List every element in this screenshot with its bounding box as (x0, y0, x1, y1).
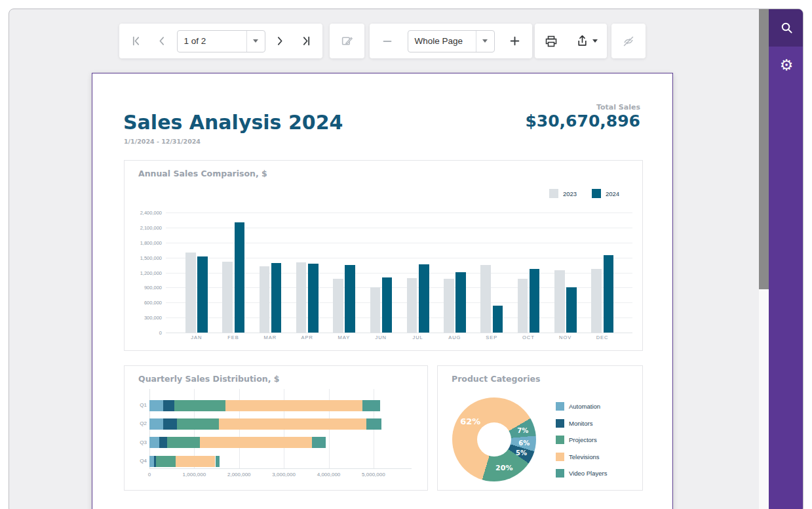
highlight-editing-fields-button[interactable] (617, 30, 640, 52)
legend-label: Video Players (569, 470, 607, 477)
x-axis-month-label: MAR (252, 335, 288, 340)
legend-item-Projectors: Projectors (556, 436, 597, 444)
chevron-down-icon (482, 39, 488, 43)
bar-2024 (345, 265, 355, 333)
zoom-level-combobox[interactable]: Whole Page (408, 30, 495, 52)
bar-2024 (197, 256, 208, 333)
x-axis-month-label: MAY (326, 335, 362, 340)
toolbar-edit-group (330, 24, 364, 58)
stacked-bar-segment-Automation (149, 456, 154, 467)
zoom-level-value: Whole Page (408, 36, 476, 46)
x-axis-month-label: DEC (584, 335, 621, 340)
bar-2023 (444, 279, 454, 333)
x-axis-tick-label: 0 (126, 472, 172, 478)
y-axis-tick-label: 2,400,000 (125, 210, 162, 216)
bar-2023 (591, 269, 602, 333)
categories-chart-title: Product Categories (452, 374, 540, 384)
tab-search[interactable] (769, 9, 803, 47)
gridline (166, 333, 632, 333)
zoom-level-dropdown-button[interactable] (476, 31, 494, 52)
legend-item-2023: 2023 (549, 189, 577, 198)
y-axis-tick-label: 1,200,000 (125, 270, 162, 276)
edit-icon (341, 35, 353, 47)
side-tab-bar: ⚙ (769, 9, 803, 509)
quarterly-sales-chart-card: Quarterly Sales Distribution, $ 01,000,0… (124, 365, 428, 491)
legend-label: Projectors (569, 436, 597, 443)
zoom-in-button[interactable] (503, 30, 526, 52)
legend-item-2024: 2024 (592, 189, 619, 198)
quarterly-plot-area (149, 389, 412, 469)
bar-2023 (370, 287, 381, 333)
stacked-bar-segment-Projectors (177, 418, 219, 430)
tab-settings[interactable]: ⚙ (769, 47, 803, 84)
bar-2023 (296, 262, 307, 333)
first-page-icon (130, 35, 142, 47)
plus-icon (509, 35, 520, 47)
first-page-button[interactable] (125, 30, 147, 52)
y-axis-tick-label: 0 (125, 330, 162, 336)
stacked-bar-segment-Video Players (362, 400, 380, 411)
toolbar-navigation-group (119, 24, 322, 58)
legend-item-Televisions: Televisions (556, 453, 599, 461)
toolbar-zoom-group: Whole Page (370, 24, 532, 58)
y-axis-tick-label: 900,000 (125, 285, 162, 291)
chevron-down-icon (253, 39, 258, 43)
export-icon (576, 35, 589, 47)
x-axis-tick-label: 2,000,000 (216, 472, 262, 478)
x-axis-month-label: SEP (473, 335, 510, 340)
legend-swatch (592, 189, 601, 198)
print-button[interactable] (540, 30, 562, 52)
x-axis-month-label: JUL (400, 335, 436, 340)
bar-2024 (604, 255, 614, 333)
export-button[interactable] (571, 30, 602, 52)
x-axis-month-label: APR (289, 335, 326, 340)
legend-label: Monitors (569, 420, 592, 427)
bar-2024 (530, 269, 540, 333)
bar-2024 (235, 222, 245, 333)
next-page-button[interactable] (269, 30, 291, 52)
total-sales-value: $30,670,896 (525, 112, 640, 131)
zoom-out-button[interactable] (376, 30, 398, 52)
export-dropdown-caret-icon (592, 39, 598, 43)
chevron-right-icon (275, 35, 286, 47)
page-number-dropdown-button[interactable] (246, 31, 265, 52)
page-number-input[interactable] (178, 36, 246, 46)
x-axis-month-label: OCT (510, 335, 547, 340)
page-number-combobox[interactable] (177, 30, 265, 52)
report-viewer-panel: Whole Page (9, 9, 803, 509)
bar-2023 (185, 253, 196, 333)
gridline (166, 213, 632, 213)
last-page-button[interactable] (295, 30, 317, 52)
previous-page-button[interactable] (151, 30, 173, 52)
donut-hole (477, 422, 511, 457)
y-axis-category-label: Q2 (134, 420, 147, 426)
legend-label: Televisions (569, 453, 599, 460)
x-axis-tick-label: 3,000,000 (261, 472, 307, 478)
bar-2023 (260, 266, 270, 333)
legend-swatch (556, 436, 564, 444)
vertical-scrollbar-track[interactable] (759, 9, 769, 509)
legend-item-Automation: Automation (556, 402, 600, 411)
edit-document-button[interactable] (336, 30, 358, 52)
stacked-bar-segment-Video Players (312, 437, 326, 448)
legend-swatch (556, 469, 564, 478)
vertical-scrollbar-thumb[interactable] (759, 9, 769, 289)
report-page: Sales Analysis 2024 1/1/2024 - 12/31/202… (92, 73, 673, 509)
gear-icon: ⚙ (780, 58, 794, 73)
stacked-bar-segment-Televisions (200, 437, 313, 448)
bar-2023 (480, 265, 491, 333)
y-axis-category-label: Q4 (134, 458, 147, 464)
x-axis-month-label: FEB (215, 335, 252, 340)
y-axis-tick-label: 1,500,000 (125, 255, 162, 261)
y-axis-category-label: Q3 (134, 439, 147, 445)
stacked-bar-segment-Video Players (216, 456, 220, 467)
donut-percent-label: 6% (518, 439, 530, 446)
stacked-bar-segment-Automation (149, 437, 159, 448)
bar-2023 (554, 270, 565, 333)
donut-percent-label: 20% (495, 464, 512, 472)
y-axis-tick-label: 1,800,000 (125, 240, 162, 246)
y-axis-category-label: Q1 (134, 402, 147, 408)
stacked-bar-segment-Projectors (167, 437, 199, 448)
stacked-bar-segment-Projectors (174, 400, 226, 411)
minus-icon (382, 36, 393, 47)
